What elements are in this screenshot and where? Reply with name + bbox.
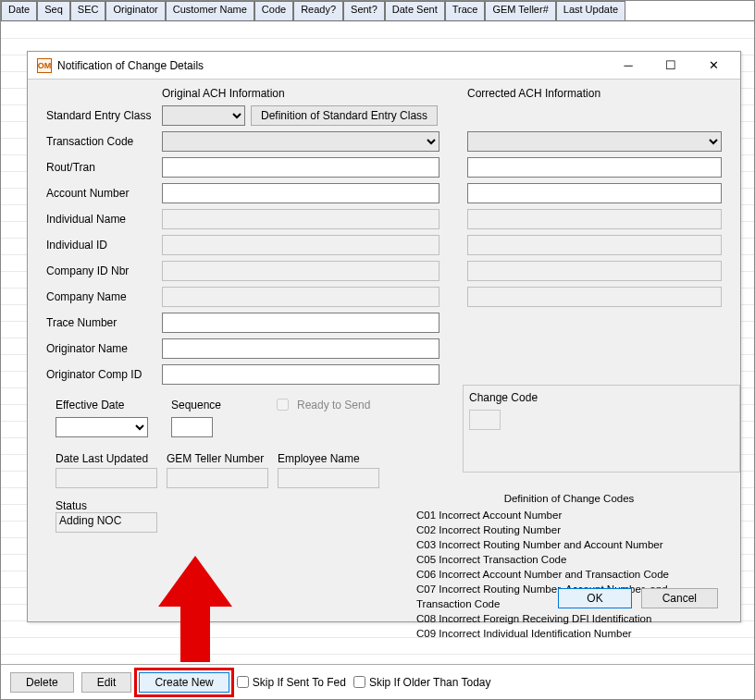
noc-details-dialog: OM Notification of Change Details ─ ☐ ✕ … xyxy=(27,51,741,622)
delete-button[interactable]: Delete xyxy=(10,672,74,693)
gem-teller-field xyxy=(167,468,268,488)
code-c01: C01 Incorrect Account Number xyxy=(416,508,722,522)
skip-if-older-label: Skip If Older Than Today xyxy=(369,676,491,689)
label-acct: Account Number xyxy=(46,187,162,200)
label-date-last-updated: Date Last Updated xyxy=(56,452,157,465)
label-effective-date: Effective Date xyxy=(56,399,162,411)
col-code[interactable]: Code xyxy=(254,1,293,20)
comp-name-orig-field xyxy=(162,287,439,307)
cancel-button[interactable]: Cancel xyxy=(641,588,718,608)
change-code-group: Change Code xyxy=(463,385,740,473)
column-header-tabs: Date Seq SEC Originator Customer Name Co… xyxy=(1,1,754,21)
label-ind-id: Individual ID xyxy=(46,239,162,252)
txn-code-corr-select[interactable] xyxy=(467,131,722,152)
minimize-button[interactable]: ─ xyxy=(607,53,650,79)
code-c05: C05 Incorrect Transaction Code xyxy=(416,552,722,567)
svg-marker-0 xyxy=(158,556,232,662)
code-c02: C02 Incorrect Routing Number xyxy=(416,522,722,537)
sec-select[interactable] xyxy=(162,105,245,126)
ready-to-send-checkbox xyxy=(277,399,289,411)
col-last-update[interactable]: Last Update xyxy=(556,1,625,20)
ind-name-orig-field xyxy=(162,209,439,229)
label-comp-id-nbr: Company ID Nbr xyxy=(46,264,162,277)
change-code-field xyxy=(469,410,501,430)
label-rout: Rout/Tran xyxy=(46,161,162,174)
originator-comp-id-input[interactable] xyxy=(162,364,439,385)
col-ready[interactable]: Ready? xyxy=(293,1,343,20)
employee-name-field xyxy=(278,468,379,488)
titlebar: OM Notification of Change Details ─ ☐ ✕ xyxy=(28,52,740,80)
label-gem-teller: GEM Teller Number xyxy=(167,452,268,465)
label-sec: Standard Entry Class xyxy=(46,109,162,122)
skip-if-sent-input[interactable] xyxy=(237,676,249,688)
date-last-updated-field xyxy=(56,468,157,488)
label-change-code: Change Code xyxy=(469,391,734,404)
effective-date-select[interactable] xyxy=(56,417,148,437)
label-comp-name: Company Name xyxy=(46,290,162,303)
status-field: Adding NOC xyxy=(56,512,157,533)
app-icon: OM xyxy=(37,58,52,73)
label-txn-code: Transaction Code xyxy=(46,135,162,148)
code-c03: C03 Incorrect Routing Number and Account… xyxy=(416,537,722,552)
definition-sec-button[interactable]: Definition of Standard Entry Class xyxy=(251,105,438,126)
ind-id-corr-field xyxy=(467,235,722,255)
code-c06: C06 Incorrect Account Number and Transac… xyxy=(416,567,722,582)
rout-orig-input[interactable] xyxy=(162,157,439,178)
skip-if-older-checkbox[interactable]: Skip If Older Than Today xyxy=(353,676,491,689)
trace-number-input[interactable] xyxy=(162,313,439,333)
section-corrected-heading: Corrected ACH Information xyxy=(467,87,722,100)
maximize-button[interactable]: ☐ xyxy=(650,53,692,79)
acct-orig-input[interactable] xyxy=(162,183,439,203)
label-employee-name: Employee Name xyxy=(278,452,379,465)
sequence-input[interactable] xyxy=(171,417,213,437)
comp-name-corr-field xyxy=(467,287,722,307)
ind-id-orig-field xyxy=(162,235,439,255)
skip-if-sent-checkbox[interactable]: Skip If Sent To Fed xyxy=(237,676,346,689)
code-c09: C09 Incorrect Individual Identification … xyxy=(416,626,722,641)
label-trace: Trace Number xyxy=(46,316,162,329)
col-date[interactable]: Date xyxy=(1,1,37,20)
col-customer-name[interactable]: Customer Name xyxy=(166,1,254,20)
skip-if-older-input[interactable] xyxy=(353,676,365,688)
edit-button[interactable]: Edit xyxy=(81,672,132,693)
col-originator[interactable]: Originator xyxy=(105,1,165,20)
comp-id-corr-field xyxy=(467,261,722,281)
dialog-title: Notification of Change Details xyxy=(57,59,204,72)
label-orig-name: Originator Name xyxy=(46,342,162,355)
annotation-arrow-icon xyxy=(158,556,232,676)
ok-button[interactable]: OK xyxy=(558,588,631,608)
rout-corr-input[interactable] xyxy=(467,157,722,178)
code-c08: C08 Incorrect Foreign Receiving DFI Iden… xyxy=(416,611,722,626)
section-original-heading: Original ACH Information xyxy=(162,87,439,100)
col-seq[interactable]: Seq xyxy=(37,1,70,20)
col-gem-teller[interactable]: GEM Teller# xyxy=(485,1,555,20)
label-sequence: Sequence xyxy=(171,399,264,411)
txn-code-orig-select[interactable] xyxy=(162,131,439,152)
acct-corr-input[interactable] xyxy=(467,183,722,203)
col-date-sent[interactable]: Date Sent xyxy=(385,1,445,20)
ind-name-corr-field xyxy=(467,209,722,229)
comp-id-orig-field xyxy=(162,261,439,281)
col-trace[interactable]: Trace xyxy=(445,1,486,20)
close-button[interactable]: ✕ xyxy=(692,53,735,79)
skip-if-sent-label: Skip If Sent To Fed xyxy=(253,676,346,689)
col-sent[interactable]: Sent? xyxy=(343,1,385,20)
label-ind-name: Individual Name xyxy=(46,213,162,226)
label-ready-to-send: Ready to Send xyxy=(297,399,370,411)
label-orig-comp-id: Originator Comp ID xyxy=(46,368,162,381)
originator-name-input[interactable] xyxy=(162,338,439,359)
change-codes-definition: Definition of Change Codes C01 Incorrect… xyxy=(416,491,722,641)
col-sec[interactable]: SEC xyxy=(70,1,106,20)
bottom-toolbar: Delete Edit Create New Skip If Sent To F… xyxy=(1,664,754,699)
change-codes-title: Definition of Change Codes xyxy=(416,491,722,506)
